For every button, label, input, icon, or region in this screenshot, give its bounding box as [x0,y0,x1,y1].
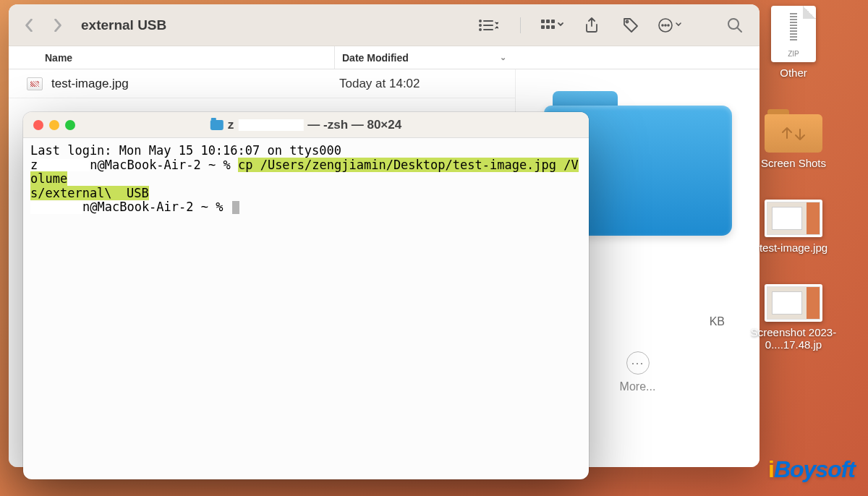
redacted-text [38,159,90,171]
svg-rect-6 [541,20,545,23]
preview-more-label: More... [620,380,656,393]
minimize-button[interactable] [49,120,59,130]
back-button[interactable] [20,17,38,34]
column-name-header[interactable]: Name [9,52,334,64]
svg-rect-9 [541,25,545,29]
nav-arrows [20,17,67,34]
desktop-item-screenshot-file[interactable]: Screenshot 2023-0....17.48.jp [736,284,851,351]
svg-point-2 [480,25,481,26]
terminal-output[interactable]: Last login: Mon May 15 10:16:07 on ttys0… [23,138,589,221]
desktop-item-test-image[interactable]: test-image.jpg [760,200,827,254]
sort-indicator-icon: ⌄ [500,53,506,62]
maximize-button[interactable] [65,120,75,130]
svg-point-14 [662,25,663,26]
column-date-header[interactable]: Date Modified ⌄ [334,46,515,69]
terminal-prompt-user: z [30,158,38,172]
file-thumbnail-icon [27,77,43,90]
preview-more-button[interactable]: ··· [626,351,650,375]
view-list-icon[interactable] [475,14,501,36]
svg-rect-11 [551,25,555,29]
finder-toolbar: external USB [9,4,760,46]
svg-point-15 [665,25,666,26]
svg-rect-7 [546,20,550,23]
terminal-titlebar[interactable]: z — -zsh — 80×24 [23,112,589,138]
preview-size-label: KB [710,315,725,328]
finder-column-header: Name Date Modified ⌄ [9,46,760,69]
svg-rect-10 [546,25,550,29]
terminal-command-highlighted: s/external\ USB [30,186,149,200]
desktop-label: Screenshot 2023-0....17.48.jp [736,326,851,351]
file-date: Today at 14:02 [332,77,513,91]
folder-icon [210,120,224,130]
view-grid-icon[interactable] [540,14,566,36]
terminal-window: z — -zsh — 80×24 Last login: Mon May 15 … [23,112,589,479]
desktop-label: Screen Shots [761,157,826,169]
desktop-label: test-image.jpg [760,241,827,254]
svg-point-4 [480,29,481,30]
share-icon[interactable] [579,14,605,36]
redacted-text [30,202,82,214]
desktop-icons: ZIP Other Screen Shots test-image.jpg Sc… [732,6,855,351]
desktop-item-screenshots-folder[interactable]: Screen Shots [761,109,826,169]
redacted-text [238,119,303,131]
svg-point-16 [668,25,669,26]
desktop-item-zip[interactable]: ZIP Other [771,6,816,79]
terminal-line: Last login: Mon May 15 10:16:07 on ttys0… [30,143,341,158]
terminal-prompt: n@MacBook-Air-2 ~ % [82,200,231,214]
desktop-label: Other [780,67,807,79]
more-actions-icon[interactable] [657,14,683,36]
zip-file-icon: ZIP [771,6,816,62]
svg-rect-8 [551,20,555,23]
forward-button[interactable] [49,17,67,34]
terminal-title: z — -zsh — 80×24 [210,118,401,132]
svg-point-0 [480,20,481,22]
svg-point-12 [626,20,629,22]
tag-icon[interactable] [618,14,644,36]
finder-location-title: external USB [81,17,166,33]
image-thumbnail-icon [765,200,822,237]
toolbar-group-view [475,14,683,36]
terminal-prompt: n@MacBook-Air-2 ~ % [90,158,238,172]
file-row[interactable]: test-image.jpg Today at 14:02 [9,69,515,98]
folder-icon [765,109,822,153]
watermark: iBoysoft [768,456,855,483]
terminal-cursor [232,201,239,214]
image-thumbnail-icon [765,284,822,322]
file-name: test-image.jpg [51,77,332,91]
close-button[interactable] [33,120,43,130]
